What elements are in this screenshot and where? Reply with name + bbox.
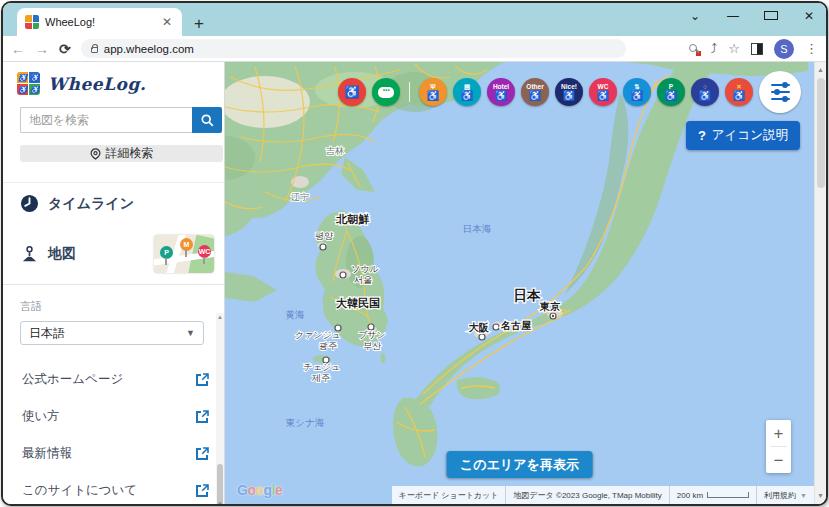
thumb-pin-restaurant: M: [180, 238, 193, 251]
address-bar[interactable]: app.wheelog.com: [81, 39, 626, 58]
map-label: クァンジュ: [295, 330, 341, 340]
chevron-down-icon: ▼: [186, 328, 195, 338]
google-logo[interactable]: Google: [237, 482, 282, 498]
bookmark-star-icon[interactable]: ☆: [728, 42, 740, 55]
city-marker: [320, 244, 326, 250]
window-menu-icon[interactable]: ⌄: [688, 9, 702, 23]
terms-link[interactable]: 利用規約 ▼: [756, 486, 814, 504]
scroll-up-icon[interactable]: ▲: [815, 64, 826, 76]
map-attribution: キーボード ショートカット 地図データ ©2023 Google, TMap M…: [392, 486, 815, 504]
accessible-spot-icon[interactable]: ○♿: [691, 78, 719, 106]
tab-close-icon[interactable]: ✕: [160, 15, 174, 29]
map-canvas[interactable]: 吉林辽宁北朝鮮평양日本海ソウル서울大韓民国黄海クァンジュ광주ブサン부산チェジュ제…: [225, 62, 814, 504]
zoom-in-button[interactable]: +: [766, 420, 791, 446]
sidebar: ♿♿♿♿ WheeLog. 詳細検索 タイムライン: [3, 62, 225, 504]
map-label: ソウル: [351, 264, 379, 274]
back-icon[interactable]: ←: [11, 42, 25, 56]
restaurant-icon[interactable]: Ψ♿: [419, 78, 447, 106]
sidebar-link[interactable]: 使い方: [3, 398, 224, 435]
sidebar-scrollbar[interactable]: ▲ ▼: [216, 313, 224, 506]
window-maximize-icon[interactable]: [764, 9, 778, 23]
language-label: 言語: [20, 299, 207, 314]
other-icon[interactable]: Other♿: [521, 78, 549, 106]
thumb-pin-toilet: WC: [198, 245, 211, 258]
comments-icon[interactable]: ···: [372, 78, 400, 106]
language-select[interactable]: 日本語 ▼: [20, 321, 204, 345]
browser-tab[interactable]: WheeLog! ✕: [17, 8, 182, 36]
elevator-icon[interactable]: ⇅♿: [623, 78, 651, 106]
chevron-down-icon: ▼: [800, 492, 807, 499]
search-button[interactable]: [192, 107, 222, 133]
scroll-down-icon[interactable]: ▼: [216, 500, 224, 506]
map-label: 평양: [315, 231, 333, 241]
wheelog-favicon: [25, 15, 39, 29]
hotel-icon[interactable]: Hotel♿: [487, 78, 515, 106]
map-pin-person-icon: [20, 245, 39, 264]
brand-wordmark: WheeLog.: [48, 74, 146, 94]
shop-icon[interactable]: ▤♿: [453, 78, 481, 106]
timeline-clock-icon: [20, 194, 39, 213]
password-key-icon[interactable]: [688, 43, 700, 55]
map-data-text[interactable]: 地図データ ©2023 Google, TMap Mobility: [505, 486, 668, 504]
map-label: 광주: [319, 341, 337, 351]
map-label: 黄海: [286, 309, 306, 320]
map-label: 서울: [354, 275, 372, 285]
keyboard-shortcuts-link[interactable]: キーボード ショートカット: [392, 486, 506, 504]
map-label: チェジュ: [304, 362, 341, 372]
forward-icon[interactable]: →: [35, 42, 49, 56]
city-marker-dot: [552, 315, 554, 317]
map-zoom-control: + −: [766, 420, 791, 473]
map-label: 日本海: [463, 223, 492, 234]
map-label: 北朝鮮: [336, 213, 370, 225]
wheelog-logo[interactable]: ♿♿♿♿: [17, 72, 40, 95]
map-label: 大阪: [468, 322, 489, 333]
sidebar-item-map[interactable]: 地図 P M WC: [3, 224, 224, 284]
scroll-up-icon[interactable]: ▲: [216, 313, 224, 322]
window-close-icon[interactable]: ✕: [802, 9, 816, 23]
map-scale: 200 km: [669, 486, 756, 504]
parking-icon[interactable]: P♿: [657, 78, 685, 106]
external-link-icon: [195, 484, 209, 498]
advanced-search-button[interactable]: 詳細検索: [20, 145, 223, 162]
redisplay-area-button[interactable]: このエリアを再表示: [446, 451, 593, 478]
share-icon[interactable]: ⤴: [711, 42, 718, 55]
sidebar-link[interactable]: 最新情報: [3, 435, 224, 472]
barrier-spot-icon[interactable]: ✕♿: [725, 78, 753, 106]
map-filter-bar: ♿···Ψ♿▤♿Hotel♿Other♿Nice!♿WC♿⇅♿P♿○♿✕♿: [338, 70, 801, 114]
scrollbar-thumb[interactable]: [817, 78, 825, 188]
menu-kebab-icon[interactable]: ⋮: [805, 42, 818, 55]
filter-settings-icon[interactable]: [759, 71, 801, 113]
browser-window: WheeLog! ✕ + ⌄ — ✕ ← → ⟳ app.wheelog.com…: [1, 1, 828, 506]
nice-icon[interactable]: Nice!♿: [555, 78, 583, 106]
lock-icon: [91, 47, 98, 53]
map-label: 부산: [363, 341, 381, 351]
page-scrollbar[interactable]: ▲ ▼: [814, 62, 826, 504]
map-label: 吉林: [326, 146, 344, 156]
map-label: ブサン: [358, 330, 386, 340]
city-marker: [493, 324, 499, 330]
toilet-icon[interactable]: WC♿: [589, 78, 617, 106]
sidebar-link[interactable]: このサイトについて: [3, 472, 224, 506]
map-thumbnail: P M WC: [154, 235, 214, 273]
scroll-down-icon[interactable]: ▼: [815, 490, 826, 502]
sidebar-item-timeline[interactable]: タイムライン: [3, 183, 224, 224]
reading-mode-icon[interactable]: [751, 43, 763, 55]
new-tab-button[interactable]: +: [194, 15, 204, 32]
city-marker: [340, 272, 346, 278]
map-label: 大韓民国: [336, 297, 380, 309]
zoom-out-button[interactable]: −: [766, 447, 791, 473]
window-minimize-icon[interactable]: —: [726, 9, 740, 23]
map-label: 辽宁: [291, 192, 309, 202]
map-label: 東京: [539, 301, 561, 312]
map-label: 東シナ海: [286, 417, 325, 428]
travel-log-icon[interactable]: ♿: [338, 78, 366, 106]
browser-titlebar: WheeLog! ✕ + ⌄ — ✕: [3, 3, 826, 36]
map-search-input[interactable]: [20, 107, 192, 133]
reload-icon[interactable]: ⟳: [59, 42, 71, 56]
sidebar-link[interactable]: 公式ホームページ: [3, 361, 224, 398]
profile-avatar[interactable]: S: [774, 39, 794, 59]
url-text[interactable]: app.wheelog.com: [104, 43, 194, 55]
map-label: 名古屋: [500, 320, 532, 331]
external-link-icon: [195, 373, 209, 387]
icon-help-button[interactable]: ?アイコン説明: [686, 121, 800, 150]
